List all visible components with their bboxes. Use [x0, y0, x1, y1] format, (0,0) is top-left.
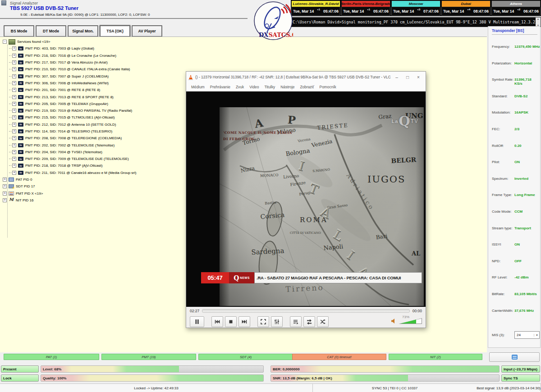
service-tree-item[interactable]: + tv PMT PID: 306, SID: 7006 @ InfoMedia…: [9, 80, 136, 87]
expand-icon[interactable]: +: [12, 164, 16, 168]
seek-slider[interactable]: [202, 309, 409, 313]
expand-icon[interactable]: +: [12, 143, 16, 147]
expand-icon[interactable]: +: [12, 54, 16, 58]
minimize-button[interactable]: –: [391, 73, 402, 81]
adjustments-button[interactable]: [271, 316, 283, 327]
service-tree-item[interactable]: + tv PMT PID: 217, SID: 7017 @ Vera Abru…: [9, 59, 136, 66]
service-tree-item[interactable]: + tv PMT PID: 210, SID: 7010 @ CANALE IT…: [9, 66, 136, 73]
mode-tab[interactable]: TSA (OK): [100, 25, 130, 37]
expand-icon[interactable]: +: [12, 102, 16, 106]
psi-tree-item[interactable]: + PMT PID X <19>: [3, 190, 136, 197]
expand-icon[interactable]: +: [12, 123, 16, 127]
expand-icon[interactable]: +: [3, 198, 7, 202]
transponder-row: Polarization: Horizontal: [488, 61, 540, 78]
map-label: AL: [412, 251, 420, 256]
close-button[interactable]: ×: [413, 73, 424, 81]
expand-icon[interactable]: +: [12, 95, 16, 99]
vlc-titlebar[interactable]: () - 12379 Horizontal 31396,718 / RF: -4…: [186, 72, 426, 82]
command-prompt-window[interactable]: C:\Users\Roman Dávid>Signal monitoring_P…: [291, 17, 541, 27]
tree-branch-line: [9, 104, 12, 104]
mode-tab[interactable]: AV Player: [132, 25, 162, 37]
expand-icon[interactable]: +: [12, 150, 16, 154]
maximize-button[interactable]: □: [402, 73, 413, 81]
stop-button[interactable]: [225, 316, 237, 327]
collapse-icon[interactable]: -: [3, 40, 7, 44]
status-text: Locked -> Uptime: 42:49:33: [134, 386, 179, 390]
caption-line-2: DI FEBO GRIM.: [223, 136, 293, 142]
expand-icon[interactable]: +: [3, 184, 7, 188]
psi-tree-item[interactable]: + NIT PID 16: [3, 197, 136, 204]
service-tree-item[interactable]: + tv PMT PID: 212, SID: 7012 @ Antenna 1…: [9, 121, 136, 128]
expand-icon[interactable]: +: [12, 157, 16, 161]
service-tree-item[interactable]: + tv PMT PID: 204, SID: 7004 @ TVSEI (Te…: [9, 149, 136, 155]
loop-button[interactable]: [303, 316, 315, 327]
service-tree-item[interactable]: + tv PMT PID: 202, SID: 7002 @ TELEMOLIS…: [9, 141, 136, 148]
console-scrollbar[interactable]: ▲ ▼: [536, 18, 541, 27]
service-tree-item[interactable]: + tv PMT PID: 219, SID: 7019 @ RADIO PAR…: [9, 107, 136, 114]
expand-icon[interactable]: +: [12, 74, 16, 78]
service-tree-item[interactable]: + tv PMT PID: 209, SID: 7009 @ TELEMOLIS…: [9, 155, 136, 162]
caption-line-1: 'COME NACQUE IL NOME ITALIA': [223, 130, 293, 136]
tv-service-icon: tv: [18, 109, 23, 113]
map-label: Sardegna: [251, 247, 284, 256]
shuffle-button[interactable]: [317, 316, 329, 327]
mode-tab[interactable]: DT Mode: [36, 25, 66, 37]
mode-tab[interactable]: BS Mode: [4, 25, 34, 37]
expand-icon[interactable]: +: [12, 115, 16, 119]
transponder-param-label: Code Mode:: [492, 210, 514, 214]
service-tree-item[interactable]: + tv PMT PID: 215, SID: 7015 @ TLTMOLISE…: [9, 114, 136, 121]
service-tree-item[interactable]: + tv PMT PID: 218, SID: 7018 @ TRSP (AjV…: [9, 162, 136, 169]
vlc-menu-item[interactable]: Prehrávanie: [208, 84, 233, 90]
previous-button[interactable]: [211, 316, 223, 327]
scroll-up-icon[interactable]: ▲: [537, 18, 539, 20]
transponder-row: FEC: 2/3: [488, 127, 540, 144]
service-tree-item[interactable]: + tv PMT PID: 307, SID: 7007 @ Super J (…: [9, 73, 136, 79]
vlc-menu-item[interactable]: Pomocník: [317, 84, 339, 90]
service-tree-item[interactable]: + tv PMT PID: 216, SID: 7016 @ Le Cronac…: [9, 52, 136, 59]
service-tree-item[interactable]: + tv PMT PID: 201, SID: 7001 @ RETE 8 (R…: [9, 87, 136, 93]
service-tree-item[interactable]: + tv PMT PID: 213, SID: 7013 @ RETE 8 SP…: [9, 93, 136, 100]
expand-icon[interactable]: +: [12, 129, 16, 133]
ts-table-button[interactable]: [489, 352, 540, 362]
tree-branch-line: [9, 124, 12, 125]
vlc-video-area[interactable]: APGrazUNGBiancoMilanoTRIESTEVeronaVenezi…: [186, 91, 426, 307]
clock-utc-offset: +1: [317, 8, 320, 11]
expand-icon[interactable]: +: [3, 191, 7, 196]
playlist-button[interactable]: [290, 316, 302, 327]
expand-icon[interactable]: +: [12, 88, 16, 92]
expand-icon[interactable]: +: [12, 81, 16, 85]
map-label: BELGR: [391, 156, 417, 164]
vlc-menu-item[interactable]: Video: [247, 84, 261, 90]
volume-control[interactable]: 73%: [391, 318, 422, 325]
quality-meter-fill: [41, 375, 263, 381]
psi-progress-label: PMT (19): [142, 355, 156, 359]
service-tree-item[interactable]: + tv PMT PID: 403, SID: 7003 @ Laqtv (Gl…: [9, 45, 136, 52]
fullscreen-button[interactable]: [257, 316, 269, 327]
vlc-menu-item[interactable]: Zvuk: [234, 84, 246, 90]
vlc-menu-item[interactable]: Médium: [189, 84, 207, 90]
expand-icon[interactable]: +: [12, 67, 16, 71]
expand-icon[interactable]: +: [12, 109, 16, 113]
next-button[interactable]: [238, 316, 250, 327]
expand-icon[interactable]: +: [12, 136, 16, 140]
expand-icon[interactable]: +: [12, 60, 16, 64]
mis-dropdown[interactable]: 24 ▼: [514, 331, 540, 339]
psi-tree-item[interactable]: + SDT PID 17: [3, 183, 136, 190]
service-tree-item[interactable]: + tv PMT PID: 208, SID: 7008 @ TELEREGIO…: [9, 135, 136, 141]
mis-selected-value: 24: [517, 333, 521, 337]
tree-root-services[interactable]: - Services found <19>: [3, 38, 136, 45]
service-tree-item[interactable]: + tv PMT PID: 114, SID: 7014 @ TELESIRIO…: [9, 128, 136, 135]
vlc-menu-item[interactable]: Nástroje: [278, 84, 297, 90]
pause-button[interactable]: [190, 316, 204, 327]
psi-tree-item[interactable]: + PAT PID 0: [3, 176, 136, 183]
tree-branch-line: [9, 152, 12, 152]
expand-icon[interactable]: +: [12, 171, 16, 175]
vlc-menu-item[interactable]: Zobraziť: [298, 84, 316, 90]
expand-icon[interactable]: +: [12, 46, 16, 50]
service-tree-item[interactable]: + tv PMT PID: 205, SID: 7005 @ TELEMAX (…: [9, 100, 136, 107]
clock-time-cell: Tue, Mar 14 +2 06:47:06: [491, 7, 541, 16]
expand-icon[interactable]: +: [3, 178, 7, 182]
vlc-menu-item[interactable]: Titulky: [262, 84, 277, 90]
service-tree-item[interactable]: + tv PMT PID: 211, SID: 7011 @ Canale16 …: [9, 169, 136, 176]
mode-tab[interactable]: Signal Mon.: [68, 25, 98, 37]
